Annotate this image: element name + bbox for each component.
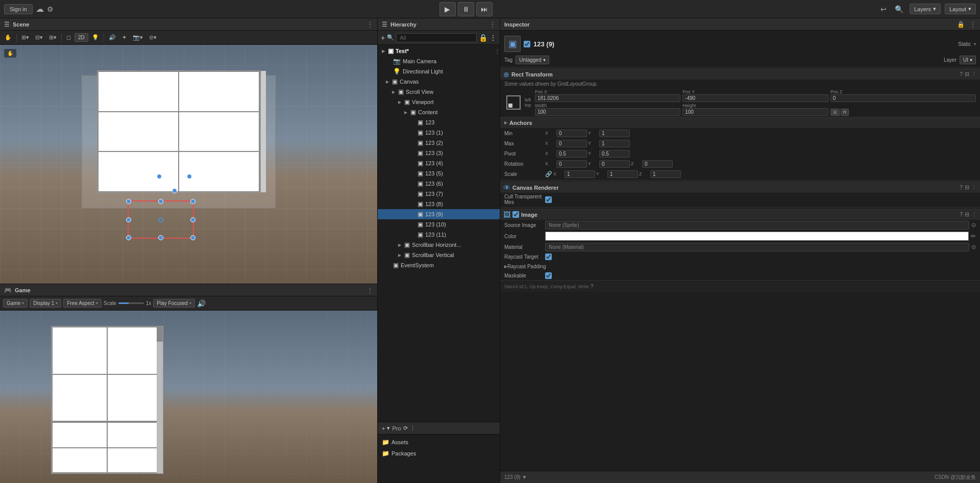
- pos-x-field[interactable]: [535, 94, 680, 102]
- maskable-checkbox[interactable]: [545, 272, 552, 279]
- rotation-z-field[interactable]: [642, 160, 673, 168]
- scene-handle-ml[interactable]: [126, 217, 131, 222]
- r-button[interactable]: R: [841, 109, 849, 116]
- hierarchy-item-14[interactable]: ▣123 (7): [378, 189, 500, 199]
- game-scrollbar-vertical[interactable]: [157, 326, 163, 473]
- hierarchy-item-4[interactable]: ▶▣Scroll View: [378, 87, 500, 97]
- hierarchy-item-16[interactable]: ▣123 (9): [378, 209, 500, 219]
- hierarchy-add-button[interactable]: +: [381, 34, 385, 42]
- rect-help-icon[interactable]: ?: [960, 71, 963, 78]
- tag-dropdown[interactable]: Untagged ▾: [516, 56, 549, 64]
- aspect-dropdown[interactable]: Free Aspect ▾: [63, 299, 101, 308]
- cloud-icon[interactable]: ☁: [36, 4, 44, 14]
- scale-z-field[interactable]: [650, 170, 681, 178]
- mute-button[interactable]: 🔊: [197, 299, 206, 308]
- anchor-max-x-field[interactable]: [556, 140, 587, 147]
- hierarchy-item-21[interactable]: ▣EventSystem: [378, 260, 500, 270]
- static-arrow-icon[interactable]: ▾: [974, 42, 976, 46]
- img-presets-icon[interactable]: ⊟: [965, 211, 969, 218]
- project-item-1[interactable]: 📁Packages: [382, 448, 496, 459]
- hierarchy-lock-button[interactable]: 🔒: [479, 34, 487, 42]
- light-toggle[interactable]: 💡: [89, 33, 102, 42]
- layout-dropdown[interactable]: Layout ▾: [945, 4, 976, 14]
- project-add-icon[interactable]: +: [382, 425, 385, 431]
- anchor-max-y-field[interactable]: [599, 140, 630, 147]
- anchor-min-x-field[interactable]: [556, 130, 587, 137]
- scale-x-field[interactable]: [565, 170, 595, 178]
- hierarchy-item-8[interactable]: ▣123 (1): [378, 128, 500, 138]
- cull-checkbox[interactable]: [545, 196, 552, 203]
- hierarchy-item-1[interactable]: 📷Main Camera: [378, 56, 500, 66]
- hierarchy-item-17[interactable]: ▣123 (10): [378, 219, 500, 230]
- pivot-x-field[interactable]: [556, 150, 587, 158]
- scene-selected-item[interactable]: [128, 200, 194, 239]
- history-icon[interactable]: ↩: [878, 4, 889, 14]
- pos-z-field[interactable]: [830, 94, 976, 102]
- game-panel-menu[interactable]: ⋮: [367, 287, 373, 294]
- search-icon[interactable]: 🔍: [893, 4, 905, 14]
- scene-pivot-handle[interactable]: [158, 217, 163, 222]
- scene-handle-bc[interactable]: [158, 235, 163, 240]
- hierarchy-item-19[interactable]: ▶▣Scrollbar Horizont...: [378, 240, 500, 250]
- play-button[interactable]: ▶: [439, 2, 456, 16]
- hierarchy-search-input[interactable]: [396, 33, 477, 42]
- rect-transform-header[interactable]: ⊕ Rect Transform ? ⊟ ⋮: [500, 68, 980, 80]
- height-field[interactable]: [682, 108, 828, 116]
- gizmo-dropdown[interactable]: ⊟▾: [33, 33, 45, 42]
- source-image-field[interactable]: None (Sprite): [545, 221, 969, 230]
- image-section-header[interactable]: 🖼 Image ? ⊟ ⋮: [500, 209, 980, 220]
- hierarchy-item-20[interactable]: ▶▣Scrollbar Vertical: [378, 250, 500, 260]
- gizmos-dropdown[interactable]: ⊘▾: [146, 33, 159, 42]
- hierarchy-item-18[interactable]: ▣123 (11): [378, 230, 500, 240]
- pivot-y-field[interactable]: [599, 150, 630, 158]
- scroll-handle-pivot[interactable]: [172, 188, 177, 193]
- scene-canvas[interactable]: ✋: [0, 45, 377, 284]
- object-active-toggle[interactable]: [524, 41, 530, 47]
- scroll-handle-2[interactable]: [187, 174, 192, 179]
- pause-button[interactable]: ⏸: [458, 2, 474, 16]
- raycast-target-checkbox[interactable]: [545, 253, 552, 260]
- scene-cam-dropdown[interactable]: 📷▾: [130, 33, 145, 42]
- scene-handle-tr[interactable]: [190, 199, 195, 204]
- bottom-object-label[interactable]: 123 (9) ▼: [504, 474, 527, 480]
- cr-help-icon[interactable]: ?: [960, 184, 963, 191]
- scene-handle-mr[interactable]: [190, 217, 195, 222]
- blueprint-button[interactable]: ⊟: [830, 109, 840, 116]
- grid-dropdown[interactable]: ⊞▾: [46, 33, 59, 42]
- rotation-x-field[interactable]: [556, 160, 587, 168]
- rect-menu-icon[interactable]: ⋮: [971, 71, 977, 78]
- hand-tool[interactable]: ✋: [2, 33, 14, 42]
- hierarchy-panel-menu[interactable]: ⋮: [489, 21, 496, 28]
- hierarchy-item-3[interactable]: ▶▣Canvas: [378, 77, 500, 87]
- scene-handle-br[interactable]: [190, 235, 195, 240]
- stencil-help-icon[interactable]: ?: [591, 284, 594, 289]
- scene-panel-menu[interactable]: ⋮: [367, 21, 373, 28]
- hierarchy-dots-button[interactable]: ⋮: [489, 34, 497, 42]
- scene-handle-tl[interactable]: [126, 199, 131, 204]
- hierarchy-item-2[interactable]: 💡Directional Light: [378, 66, 500, 77]
- hierarchy-item-7[interactable]: ▣123: [378, 117, 500, 128]
- material-field[interactable]: None (Material): [545, 243, 969, 251]
- canvas-renderer-header[interactable]: 👁 Canvas Renderer ? ⊟ ⋮: [500, 182, 980, 193]
- audio-toggle[interactable]: 🔊: [106, 33, 118, 42]
- inspector-lock-icon[interactable]: 🔒: [957, 21, 965, 28]
- hierarchy-item-9[interactable]: ▣123 (2): [378, 138, 500, 148]
- img-menu-icon[interactable]: ⋮: [971, 211, 977, 218]
- play-focused-dropdown[interactable]: Play Focused ▾: [153, 299, 195, 308]
- scene-scrollbar-vertical[interactable]: [261, 71, 266, 192]
- hierarchy-item-11[interactable]: ▣123 (4): [378, 158, 500, 168]
- effects-toggle[interactable]: ✦: [119, 33, 129, 42]
- pos-y-field[interactable]: [682, 94, 828, 102]
- rect-tool[interactable]: ◻: [64, 33, 74, 42]
- source-image-target-icon[interactable]: ⊙: [971, 222, 976, 228]
- display-dropdown[interactable]: Display 1 ▾: [30, 299, 61, 308]
- color-swatch[interactable]: [545, 232, 969, 241]
- hierarchy-item-0[interactable]: ▶▣Test*⋮: [378, 46, 500, 56]
- anchor-min-y-field[interactable]: [599, 130, 630, 137]
- img-help-icon[interactable]: ?: [960, 211, 963, 218]
- material-target-icon[interactable]: ⊙: [971, 244, 976, 250]
- layer-dropdown[interactable]: UI ▾: [960, 56, 976, 64]
- rect-presets-icon[interactable]: ⊟: [965, 71, 969, 78]
- hierarchy-item-13[interactable]: ▣123 (6): [378, 179, 500, 189]
- 2d-toggle[interactable]: 2D: [75, 33, 88, 42]
